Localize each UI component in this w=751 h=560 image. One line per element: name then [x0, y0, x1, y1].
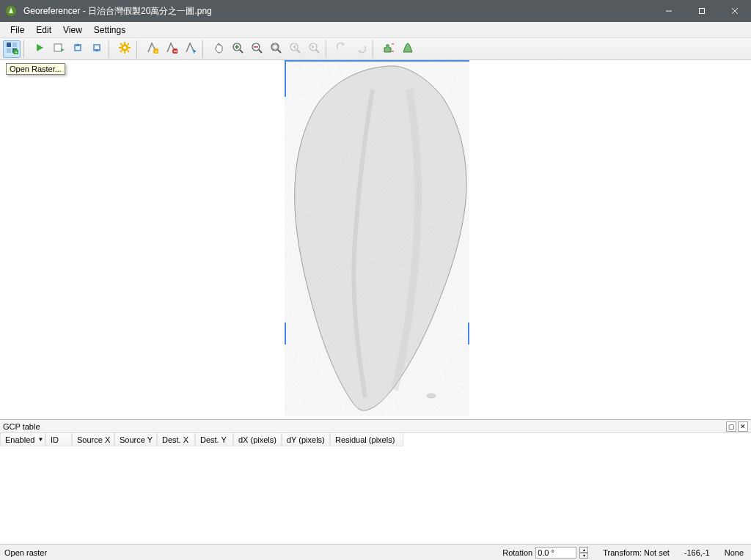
- close-button[interactable]: [718, 0, 751, 22]
- gcp-table-columns: Enabled▼ ID Source X Source Y Dest. X De…: [0, 433, 751, 446]
- chevron-down-icon[interactable]: ▾: [579, 553, 588, 559]
- svg-marker-13: [61, 48, 65, 51]
- zoom-to-layer-button[interactable]: [267, 40, 285, 58]
- svg-text:+: +: [155, 49, 158, 54]
- col-enabled[interactable]: Enabled▼: [0, 433, 45, 446]
- status-message: Open raster: [4, 548, 491, 557]
- generate-script-button[interactable]: [50, 40, 67, 58]
- chevron-up-icon[interactable]: ▴: [579, 547, 588, 553]
- zoom-out-icon: [251, 42, 263, 56]
- svg-rect-2: [699, 9, 704, 14]
- col-dx[interactable]: dX (pixels): [233, 433, 282, 446]
- rotation-spinner[interactable]: ▴ ▾: [579, 547, 588, 559]
- gcp-table-title: GCP table: [3, 422, 40, 431]
- svg-rect-5: [7, 43, 11, 47]
- svg-line-46: [316, 50, 319, 53]
- svg-line-37: [259, 50, 262, 53]
- svg-point-19: [123, 46, 126, 49]
- zoom-out-button[interactable]: [248, 40, 265, 58]
- app-icon: [0, 5, 22, 17]
- svg-line-40: [278, 50, 281, 53]
- zoom-last-button[interactable]: [286, 40, 304, 58]
- link-qgis-icon: [355, 42, 367, 56]
- open-raster-button[interactable]: +: [3, 40, 21, 58]
- move-point-button[interactable]: [182, 40, 199, 58]
- window-title: Georeferencer - 日治台灣假製20萬分之一圖.png: [22, 5, 652, 18]
- col-dy[interactable]: dY (pixels): [282, 433, 330, 446]
- zoom-last-icon: [289, 42, 301, 56]
- menu-view[interactable]: View: [57, 23, 88, 37]
- svg-line-43: [297, 50, 300, 53]
- maximize-button[interactable]: [685, 0, 718, 22]
- link-georef-icon: [336, 42, 348, 56]
- panel-float-button[interactable]: ▢: [726, 421, 736, 432]
- play-icon: [34, 42, 45, 56]
- pan-icon: [213, 42, 224, 56]
- svg-marker-11: [37, 44, 43, 51]
- col-source-y[interactable]: Source Y: [114, 433, 157, 446]
- local-histogram-button[interactable]: [399, 40, 417, 58]
- extra-status: None: [722, 548, 747, 557]
- rotation-input[interactable]: [535, 547, 576, 559]
- window-controls: [652, 0, 751, 22]
- svg-line-26: [128, 43, 129, 45]
- chevron-down-icon: ▼: [37, 436, 43, 443]
- link-qgis-button[interactable]: [352, 40, 370, 58]
- delete-point-button[interactable]: [163, 40, 180, 58]
- delete-point-icon: [166, 42, 177, 56]
- tooltip-open-raster: Open Raster...: [6, 63, 65, 75]
- menubar: File Edit View Settings: [0, 22, 751, 38]
- svg-line-25: [128, 51, 129, 52]
- start-georef-button[interactable]: [31, 40, 48, 58]
- script-icon: [53, 42, 65, 56]
- gear-icon: [119, 42, 131, 56]
- zoom-next-icon: [308, 42, 320, 56]
- rotation-control: Rotation ▴ ▾: [499, 547, 591, 559]
- col-dest-y[interactable]: Dest. Y: [195, 433, 233, 446]
- link-georef-button[interactable]: [333, 40, 351, 58]
- menu-settings[interactable]: Settings: [88, 23, 131, 37]
- svg-rect-12: [54, 44, 62, 51]
- save-gcp-icon: [91, 42, 103, 56]
- load-gcp-button[interactable]: [69, 40, 87, 58]
- save-gcp-button[interactable]: [88, 40, 106, 58]
- gcp-table-panel: GCP table ▢ ✕ Enabled▼ ID Source X Sourc…: [0, 419, 751, 544]
- raster-image: [285, 60, 469, 416]
- svg-line-24: [120, 43, 122, 45]
- toolbar: + +: [0, 38, 751, 60]
- pan-button[interactable]: [210, 40, 227, 58]
- col-residual[interactable]: Residual (pixels): [330, 433, 403, 446]
- window-titlebar: Georeferencer - 日治台灣假製20萬分之一圖.png: [0, 0, 751, 22]
- gcp-table-header: GCP table ▢ ✕: [0, 420, 751, 433]
- move-point-icon: [185, 42, 197, 56]
- add-point-button[interactable]: +: [144, 40, 161, 58]
- full-histogram-button[interactable]: [380, 40, 398, 58]
- svg-rect-6: [12, 43, 17, 47]
- minimize-button[interactable]: [652, 0, 685, 22]
- col-id[interactable]: ID: [45, 433, 72, 446]
- statusbar: Open raster Rotation ▴ ▾ Transform: Not …: [0, 544, 751, 560]
- zoom-in-button[interactable]: [229, 40, 246, 58]
- svg-rect-7: [7, 48, 11, 53]
- rotation-label: Rotation: [502, 548, 532, 557]
- svg-line-33: [240, 50, 243, 53]
- histogram-icon: [383, 42, 395, 56]
- svg-line-27: [120, 51, 122, 52]
- coords-status: -166,-1: [681, 548, 713, 557]
- add-point-icon: +: [147, 42, 158, 56]
- menu-edit[interactable]: Edit: [30, 23, 57, 37]
- menu-file[interactable]: File: [4, 23, 30, 37]
- histogram-stretch-icon: [402, 42, 414, 56]
- gcp-table-body[interactable]: [0, 446, 751, 544]
- col-source-x[interactable]: Source X: [72, 433, 114, 446]
- panel-close-button[interactable]: ✕: [738, 421, 748, 432]
- zoom-layer-icon: [270, 42, 282, 56]
- open-raster-icon: +: [5, 41, 18, 57]
- transform-settings-button[interactable]: [116, 40, 133, 58]
- svg-point-52: [427, 394, 436, 398]
- zoom-next-button[interactable]: [305, 40, 323, 58]
- map-canvas[interactable]: Open Raster...: [0, 60, 751, 419]
- zoom-in-icon: [232, 42, 243, 56]
- transform-status: Transform: Not set: [600, 548, 673, 557]
- col-dest-x[interactable]: Dest. X: [157, 433, 195, 446]
